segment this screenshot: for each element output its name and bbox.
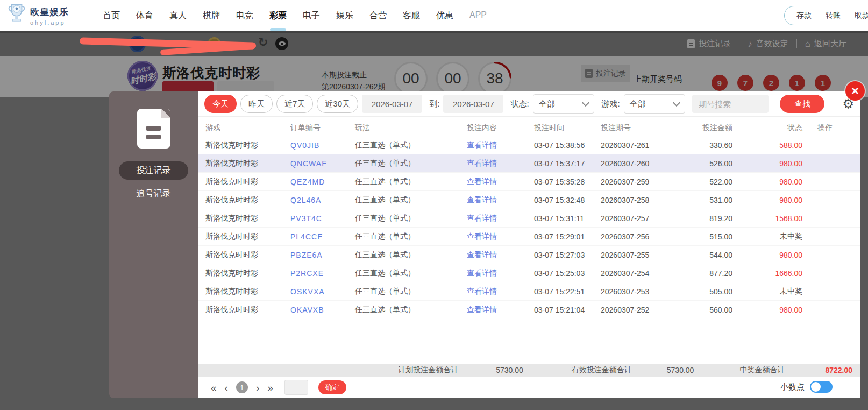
cell-order-number[interactable]: OSKVXA	[290, 287, 355, 296]
game-select[interactable]: 全部	[624, 94, 686, 114]
chevron-down-icon	[582, 99, 589, 107]
cell-issue-number: 20260307-254	[601, 269, 681, 278]
nav-item-APP[interactable]: APP	[468, 7, 488, 25]
quick-date-filters: 今天昨天近7天近30天	[204, 95, 358, 113]
last-page-button[interactable]: »	[267, 383, 273, 393]
cell-order-number[interactable]: PBZE6A	[290, 251, 355, 259]
cell-issue-number: 20260307-257	[601, 214, 681, 223]
cell-play-type: 任三直选（单式）	[355, 214, 467, 223]
cell-order-number[interactable]: P2RCXE	[290, 269, 355, 278]
cell-play-type: 任三直选（单式）	[355, 177, 467, 187]
next-page-button[interactable]: ›	[256, 383, 259, 393]
document-icon	[137, 109, 170, 149]
cell-view-details-link[interactable]: 查看详情	[467, 214, 534, 223]
cell-game: 斯洛伐克时时彩	[205, 214, 290, 223]
cell-status: 1666.00	[732, 269, 802, 278]
nav-item-棋牌[interactable]: 棋牌	[201, 7, 222, 25]
table-row: 斯洛伐克时时彩QNCWAE任三直选（单式）查看详情03-07 15:37:172…	[198, 154, 860, 173]
table-row: 斯洛伐克时时彩PBZE6A任三直选（单式）查看详情03-07 15:27:032…	[198, 246, 860, 264]
sidebar-item-bet-records[interactable]: 投注记录	[119, 161, 188, 180]
page-number-input[interactable]	[284, 380, 308, 395]
confirm-page-button[interactable]: 确定	[318, 380, 346, 394]
date-from-input[interactable]: 2026-03-07	[362, 95, 422, 113]
issue-search-input[interactable]	[692, 95, 769, 113]
nav-item-首页[interactable]: 首页	[101, 7, 122, 25]
wallet-button-转账[interactable]: 转账	[826, 11, 841, 20]
top-navigation: 欧皇娱乐 ohyl.app 首页体育真人棋牌电竞彩票电子娱乐合营客服优惠APP …	[0, 0, 868, 31]
cell-bet-amount: 877.20	[681, 269, 732, 278]
nav-item-客服[interactable]: 客服	[401, 7, 422, 25]
cell-bet-time: 03-07 15:21:04	[534, 306, 601, 314]
cell-game: 斯洛伐克时时彩	[205, 287, 290, 296]
cell-view-details-link[interactable]: 查看详情	[467, 232, 534, 242]
cell-view-details-link[interactable]: 查看详情	[467, 140, 534, 150]
cell-status: 980.00	[732, 251, 802, 259]
cell-view-details-link[interactable]: 查看详情	[467, 287, 534, 296]
cell-bet-time: 03-07 15:29:01	[534, 232, 601, 241]
cell-view-details-link[interactable]: 查看详情	[467, 250, 534, 260]
quick-filter-近7天[interactable]: 近7天	[276, 95, 313, 113]
brand-logo[interactable]: 欧皇娱乐 ohyl.app	[0, 3, 93, 28]
chevron-down-icon	[673, 99, 680, 107]
cell-bet-amount: 544.00	[681, 251, 732, 259]
cell-view-details-link[interactable]: 查看详情	[467, 159, 534, 168]
cell-order-number[interactable]: QEZ4MD	[290, 178, 355, 186]
column-header-投注金额: 投注金额	[681, 123, 732, 133]
cell-bet-time: 03-07 15:25:03	[534, 269, 601, 278]
nav-item-体育[interactable]: 体育	[134, 7, 155, 25]
cell-order-number[interactable]: OKAVXB	[290, 306, 355, 314]
document-line	[146, 126, 161, 131]
cell-play-type: 任三直选（单式）	[355, 140, 467, 150]
cell-bet-time: 03-07 15:37:17	[534, 159, 601, 168]
cell-order-number[interactable]: QV0JIB	[290, 141, 355, 150]
current-page-badge[interactable]: 1	[236, 381, 248, 393]
cell-game: 斯洛伐克时时彩	[205, 140, 290, 150]
wallet-button-存款[interactable]: 存款	[796, 11, 812, 20]
quick-filter-今天[interactable]: 今天	[204, 95, 237, 113]
game-select-value: 全部	[630, 99, 646, 109]
first-page-button[interactable]: «	[211, 383, 217, 393]
brand-name: 欧皇娱乐	[30, 6, 69, 18]
date-to-input[interactable]: 2026-03-07	[443, 95, 503, 113]
cell-order-number[interactable]: PL4CCE	[290, 232, 355, 241]
nav-item-优惠[interactable]: 优惠	[435, 7, 455, 25]
planned-total-label: 计划投注金额合计	[398, 365, 458, 375]
prev-page-button[interactable]: ‹	[225, 383, 228, 393]
cell-bet-amount: 819.20	[681, 214, 732, 223]
valid-total-value: 5730.00	[667, 366, 694, 374]
cell-issue-number: 20260307-255	[601, 251, 681, 259]
status-select[interactable]: 全部	[533, 94, 595, 114]
cell-view-details-link[interactable]: 查看详情	[467, 305, 534, 315]
search-button[interactable]: 查找	[780, 95, 824, 113]
nav-item-合营[interactable]: 合营	[368, 7, 388, 25]
cell-order-number[interactable]: Q2L46A	[290, 196, 355, 204]
table-row: 斯洛伐克时时彩Q2L46A任三直选（单式）查看详情03-07 15:32:482…	[198, 191, 860, 209]
wallet-button-取款[interactable]: 取款	[855, 11, 868, 20]
cell-game: 斯洛伐克时时彩	[205, 195, 290, 205]
cell-view-details-link[interactable]: 查看详情	[467, 177, 534, 187]
nav-item-电竞[interactable]: 电竞	[234, 7, 255, 25]
column-header-玩法: 玩法	[355, 123, 467, 133]
nav-item-真人[interactable]: 真人	[168, 7, 188, 25]
decimal-toggle-group: 小数点	[780, 381, 833, 393]
cell-view-details-link[interactable]: 查看详情	[467, 268, 534, 278]
cell-bet-amount: 515.00	[681, 232, 732, 241]
quick-filter-昨天[interactable]: 昨天	[240, 95, 273, 113]
nav-item-电子[interactable]: 电子	[301, 7, 322, 25]
decimal-label: 小数点	[780, 382, 805, 392]
cell-bet-amount: 531.00	[681, 196, 732, 204]
cell-bet-amount: 505.00	[681, 287, 732, 296]
cell-issue-number: 20260307-260	[601, 159, 681, 168]
column-header-投注内容: 投注内容	[467, 123, 534, 133]
decimal-toggle[interactable]	[810, 381, 833, 393]
cell-order-number[interactable]: PV3T4C	[290, 214, 355, 223]
nav-item-彩票[interactable]: 彩票	[268, 7, 288, 25]
cell-view-details-link[interactable]: 查看详情	[467, 195, 534, 205]
close-icon[interactable]: ×	[845, 81, 865, 101]
cell-order-number[interactable]: QNCWAE	[290, 159, 355, 168]
column-header-投注时间: 投注时间	[534, 123, 601, 133]
quick-filter-近30天[interactable]: 近30天	[317, 95, 358, 113]
main-menu: 首页体育真人棋牌电竞彩票电子娱乐合营客服优惠APP	[101, 7, 488, 25]
sidebar-item-chase-records[interactable]: 追号记录	[109, 188, 198, 200]
nav-item-娱乐[interactable]: 娱乐	[335, 7, 355, 25]
